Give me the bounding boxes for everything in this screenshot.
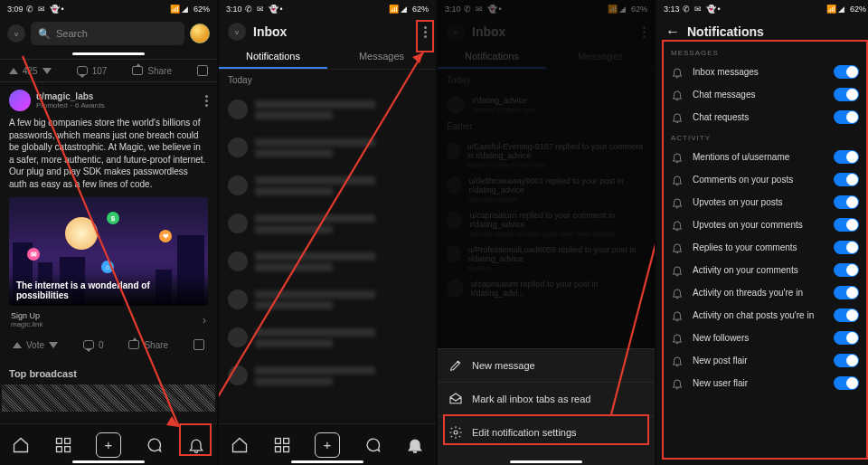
settings-row[interactable]: Chat requests bbox=[665, 106, 864, 128]
settings-row[interactable]: Chat messages bbox=[665, 83, 864, 106]
nav-chat-icon[interactable] bbox=[363, 436, 382, 454]
nav-create-button[interactable]: + bbox=[96, 432, 121, 458]
settings-label: Mentions of u/username bbox=[693, 152, 789, 162]
menu-mark-read[interactable]: Mark all inbox tabs as read bbox=[438, 382, 655, 415]
search-input[interactable]: 🔍 Search bbox=[31, 22, 184, 45]
toggle[interactable] bbox=[834, 173, 859, 186]
notification-row[interactable] bbox=[228, 280, 427, 318]
toggle[interactable] bbox=[834, 195, 859, 209]
settings-row[interactable]: New followers bbox=[665, 327, 864, 349]
toggle[interactable] bbox=[834, 150, 859, 164]
toggle[interactable] bbox=[834, 331, 859, 345]
tab-messages[interactable]: Messages bbox=[327, 45, 436, 69]
bell-icon bbox=[671, 196, 684, 209]
settings-row[interactable]: New post flair bbox=[665, 349, 864, 372]
toggle[interactable] bbox=[834, 65, 859, 79]
share-icon[interactable] bbox=[128, 340, 139, 349]
toggle[interactable] bbox=[834, 241, 859, 254]
status-icon: • bbox=[61, 5, 71, 14]
avatar[interactable]: v bbox=[7, 24, 25, 43]
notification-row[interactable] bbox=[228, 90, 427, 128]
menu-edit-settings[interactable]: Edit notification settings bbox=[438, 415, 655, 449]
settings-row[interactable]: Activity on threads you're in bbox=[665, 281, 864, 304]
toggle[interactable] bbox=[834, 308, 859, 322]
settings-row[interactable]: New user flair bbox=[665, 372, 864, 394]
settings-row[interactable]: Upvotes on your posts bbox=[665, 191, 864, 214]
notification-row[interactable] bbox=[228, 242, 427, 280]
upvote-icon[interactable] bbox=[13, 342, 22, 348]
svg-rect-8 bbox=[283, 446, 288, 451]
menu-new-message[interactable]: New message bbox=[438, 349, 655, 382]
search-icon: 🔍 bbox=[38, 28, 51, 40]
notification-row[interactable] bbox=[228, 128, 427, 166]
pencil-icon bbox=[448, 358, 463, 373]
coins-icon[interactable] bbox=[190, 24, 210, 43]
gesture-bar bbox=[510, 460, 582, 463]
post-more-icon[interactable] bbox=[205, 95, 208, 107]
post-image[interactable]: $✉⌂❤ The internet is a wonderland of pos… bbox=[9, 197, 208, 306]
notification-row[interactable] bbox=[228, 204, 427, 242]
status-time: 3:09 bbox=[7, 5, 24, 14]
comment-icon[interactable] bbox=[83, 340, 94, 349]
comment-icon[interactable] bbox=[77, 66, 88, 75]
settings-row[interactable]: Mentions of u/username bbox=[665, 146, 864, 168]
share-icon[interactable] bbox=[132, 66, 143, 75]
page-title: Inbox bbox=[253, 24, 417, 39]
bell-icon bbox=[671, 66, 684, 79]
nav-discover-icon[interactable] bbox=[273, 436, 291, 454]
toggle[interactable] bbox=[834, 218, 859, 232]
tab-notifications[interactable]: Notifications bbox=[219, 45, 327, 69]
toggle[interactable] bbox=[834, 110, 859, 124]
toggle[interactable] bbox=[834, 354, 859, 367]
toggle[interactable] bbox=[834, 88, 859, 101]
page-title: Notifications bbox=[687, 24, 864, 39]
menu-label: Edit notification settings bbox=[472, 427, 577, 438]
notification-list bbox=[219, 90, 436, 394]
nav-chat-icon[interactable] bbox=[145, 436, 163, 454]
downvote-icon[interactable] bbox=[42, 68, 52, 74]
bell-icon bbox=[671, 111, 684, 124]
nav-inbox-icon[interactable] bbox=[187, 436, 205, 454]
upvote-icon[interactable] bbox=[9, 68, 18, 74]
settings-row[interactable]: Inbox messages bbox=[665, 61, 864, 83]
section-activity: ACTIVITY bbox=[665, 128, 864, 146]
settings-row[interactable]: Replies to your comments bbox=[665, 236, 864, 259]
menu-label: Mark all inbox tabs as read bbox=[472, 394, 590, 404]
back-icon[interactable]: ← bbox=[665, 24, 680, 40]
bell-icon bbox=[671, 287, 684, 299]
broadcast-thumbnail[interactable] bbox=[2, 384, 215, 412]
settings-row[interactable]: Activity on chat posts you're in bbox=[665, 304, 864, 327]
status-icon: ✆ bbox=[26, 5, 35, 14]
cta-sub: magic.link bbox=[11, 320, 43, 328]
settings-row[interactable]: Upvotes on your comments bbox=[665, 214, 864, 236]
toggle[interactable] bbox=[834, 263, 859, 277]
gesture-bar bbox=[291, 460, 363, 463]
save-icon[interactable] bbox=[193, 339, 204, 350]
notification-row[interactable] bbox=[228, 318, 427, 356]
notification-row[interactable] bbox=[228, 166, 427, 204]
notification-row[interactable] bbox=[228, 356, 427, 394]
status-icon: ✉ bbox=[38, 5, 47, 14]
cta-row[interactable]: Sign Up magic.link › bbox=[9, 306, 208, 334]
save-icon[interactable] bbox=[197, 65, 208, 76]
nav-discover-icon[interactable] bbox=[54, 436, 72, 454]
post-avatar[interactable] bbox=[9, 90, 31, 111]
bottom-sheet: New message Mark all inbox tabs as read … bbox=[438, 348, 655, 465]
more-menu-icon[interactable] bbox=[424, 26, 427, 38]
nav-inbox-icon[interactable] bbox=[406, 436, 424, 454]
toggle[interactable] bbox=[834, 376, 859, 390]
toggle[interactable] bbox=[834, 286, 859, 299]
post-username[interactable]: u/magic_labs bbox=[36, 91, 105, 101]
bottom-nav: + bbox=[0, 423, 217, 465]
avatar[interactable]: v bbox=[228, 23, 246, 41]
nav-create-button[interactable]: + bbox=[315, 432, 340, 458]
settings-row[interactable]: Activity on your comments bbox=[665, 259, 864, 281]
settings-row[interactable]: Comments on your posts bbox=[665, 168, 864, 191]
downvote-icon[interactable] bbox=[49, 342, 58, 348]
settings-label: Upvotes on your posts bbox=[693, 197, 783, 207]
nav-home-icon[interactable] bbox=[231, 436, 249, 454]
settings-label: Comments on your posts bbox=[693, 175, 793, 185]
svg-point-10 bbox=[454, 431, 458, 434]
nav-home-icon[interactable] bbox=[12, 436, 30, 454]
settings-label: New post flair bbox=[693, 356, 748, 365]
